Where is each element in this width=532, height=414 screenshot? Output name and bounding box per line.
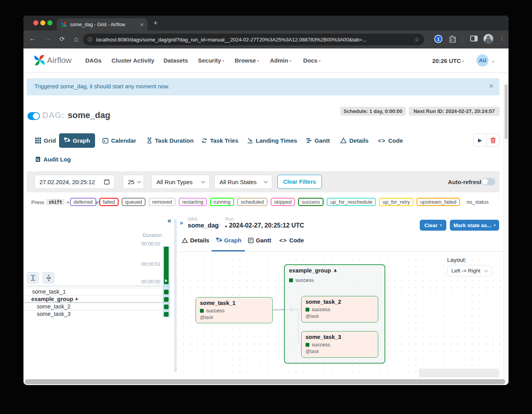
tab-landing-times[interactable]: Landing Times [247,133,297,148]
state-badge-deferred[interactable]: deferred [70,198,96,206]
task-row-some-task-3[interactable]: some_task_3 [23,310,171,317]
breadcrumb-dag-name[interactable]: some_dag [188,222,219,229]
graph-node-some-task-2[interactable]: some_task_2 success @task [301,296,378,323]
home-icon[interactable]: ⌂ [72,35,81,43]
nav-item-admin[interactable]: Admin▾ [270,57,291,64]
airflow-brand[interactable]: Airflow [47,56,72,65]
dag-pause-toggle[interactable] [27,112,40,120]
clear-run-button[interactable]: Clear▾ [420,220,446,231]
reload-icon[interactable]: ⟳ [58,35,66,43]
duration-axis-label: Duration [143,232,162,238]
axis-divider [27,286,171,286]
nav-item-datasets[interactable]: Datasets [164,57,188,64]
state-badge-scheduled[interactable]: scheduled [237,198,267,206]
collapse-panel-icon[interactable]: « [167,217,171,225]
breadcrumb-run-value[interactable]: ▸2024-02-27, 20:25:12 UTC [225,222,304,229]
tab-graph[interactable]: Graph [59,133,95,148]
browser-profile-avatar[interactable] [483,34,493,44]
expand-groups-button[interactable] [42,272,55,284]
collapse-group-icon[interactable]: ∧ [333,268,337,273]
tab-calendar[interactable]: Calendar [102,133,136,148]
nav-item-docs[interactable]: Docs▾ [303,57,321,64]
minimize-window-button[interactable] [40,20,45,25]
delete-dag-button[interactable] [486,134,499,146]
airflow-logo[interactable] [33,54,46,66]
graph-minimap[interactable] [419,369,499,377]
graph-node-some-task-3[interactable]: some_task_3 success @task [301,331,378,358]
back-icon[interactable]: ← [28,35,37,42]
task-instance-square[interactable] [164,305,169,309]
page-scrollbar[interactable] [503,81,509,385]
new-tab-button[interactable]: + [153,19,158,27]
state-badge-restarting[interactable]: restarting [179,198,207,206]
browser-menu-icon[interactable]: ⋮ [499,34,505,41]
maximize-window-button[interactable] [47,20,52,25]
scrollbar-thumb[interactable] [505,84,508,139]
run-tab-gantt[interactable]: Gantt [248,237,271,244]
clear-filters-button[interactable]: Clear Filters [277,175,322,189]
task-instance-square[interactable] [164,297,169,302]
page-size-select[interactable]: 25 [123,175,144,189]
forward-icon[interactable]: → [44,35,52,42]
horizontal-scrollbar-thumb[interactable] [25,379,505,384]
state-badge-no-status: no_status [463,198,492,206]
task-row-some-task-1[interactable]: some_task_1 [23,288,171,295]
state-badge-success[interactable]: success [298,198,324,206]
chevron-down-icon: ▾ [222,59,224,63]
browser-tab[interactable]: some_dag - Grid - Airflow × [57,18,147,30]
chevron-down-icon[interactable]: ▾ [492,59,494,64]
run-states-select[interactable]: All Run States [214,175,272,189]
collapse-groups-button[interactable] [27,272,39,284]
tab-audit-log[interactable]: Audit Log [35,152,71,167]
state-badge-queued[interactable]: queued [122,198,146,206]
task-row-some-task-2[interactable]: some_task_2 [23,303,171,310]
task-instance-square[interactable] [164,312,169,317]
bookmark-star-icon[interactable]: ☆ [414,36,419,43]
run-tab-details[interactable]: Details [182,237,209,244]
state-badge-removed[interactable]: removed [149,198,176,206]
state-badge-up-for-retry[interactable]: up_for_retry [379,198,413,206]
state-badge-up-for-reschedule[interactable]: up_for_reschedule [327,198,376,206]
date-filter-input[interactable]: 27.02.2024, 20:25:12 [34,175,115,189]
nav-item-browse[interactable]: Browse▾ [235,57,259,64]
trigger-dag-button[interactable]: ▶ [474,134,486,146]
graph-node-some-task-1[interactable]: some_task_1 success @task [196,297,273,323]
task-row-example-group[interactable]: example_group ∧ [23,295,171,303]
run-tab-graph[interactable]: Graph [216,237,241,244]
clock-dropdown[interactable]: 20:26 UTC▾ [432,57,464,64]
task-instance-square[interactable] [164,290,169,294]
expand-panel-icon[interactable]: » [180,219,183,227]
tab-task-duration[interactable]: Task Duration [147,133,194,148]
user-avatar[interactable]: AU [476,54,489,66]
url-bar[interactable]: ⓘ localhost:8080/dags/some_dag/grid?dag_… [83,34,424,45]
alert-close-icon[interactable]: × [489,82,493,90]
side-panel-icon[interactable] [470,36,478,41]
tab-close-icon[interactable]: × [140,22,144,27]
tab-details[interactable]: Details [340,133,368,148]
tab-gantt[interactable]: Gantt [306,133,330,148]
nav-item-security[interactable]: Security▾ [198,57,224,64]
state-badge-running[interactable]: running [210,198,234,206]
dag-run-duration-bar[interactable] [164,247,169,284]
graph-canvas[interactable]: Layout: Left -> Right example_group ∧ su… [178,253,503,377]
password-manager-icon[interactable]: 1 [434,35,442,43]
collapse-group-icon[interactable]: ∧ [75,296,78,301]
nav-item-dags[interactable]: DAGs [85,57,102,64]
panel-resize-handle[interactable] [174,219,177,372]
layout-select[interactable]: Left -> Right [447,265,492,276]
state-badge-failed[interactable]: failed [99,198,119,206]
run-tab-code[interactable]: <> Code [279,237,304,244]
tab-task-tries[interactable]: Task Tries [201,133,238,148]
mark-state-button[interactable]: Mark state as...▾ [450,220,499,231]
nav-item-cluster-activity[interactable]: Cluster Activity [111,57,154,64]
tab-code[interactable]: <> Code [378,133,403,148]
state-badge-upstream-failed[interactable]: upstream_failed [417,198,460,206]
auto-refresh-toggle[interactable] [481,178,495,185]
extensions-icon[interactable] [448,35,456,43]
close-window-button[interactable] [33,20,38,25]
run-types-select[interactable]: All Run Types [151,175,210,189]
state-badge-skipped[interactable]: skipped [271,198,295,206]
tab-grid[interactable]: Grid [35,133,56,148]
success-state-icon [306,343,309,347]
site-info-icon[interactable]: ⓘ [88,36,92,43]
